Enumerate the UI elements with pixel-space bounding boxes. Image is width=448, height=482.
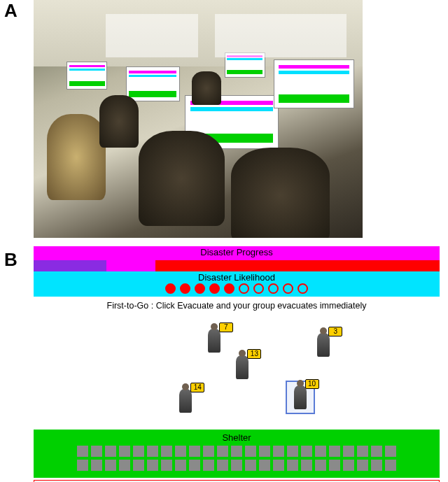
shelter-slot bbox=[273, 446, 284, 457]
likelihood-dot bbox=[209, 283, 220, 294]
shelter-slot bbox=[77, 460, 88, 471]
shelter-slot bbox=[161, 446, 172, 457]
avatar-id-badge: 10 bbox=[305, 379, 319, 389]
disaster-progress-danger bbox=[155, 260, 440, 271]
shelter-slot bbox=[147, 460, 158, 471]
avatar-figure-icon bbox=[179, 389, 192, 413]
shelter-slot bbox=[119, 446, 130, 457]
shelter-slot bbox=[133, 460, 144, 471]
shelter-slot bbox=[343, 460, 354, 471]
disaster-progress-elapsed bbox=[34, 260, 106, 271]
likelihood-dot bbox=[224, 283, 234, 294]
avatar-figure-icon bbox=[208, 329, 220, 353]
avatar[interactable]: 3 bbox=[309, 329, 337, 361]
shelter-slot bbox=[245, 460, 256, 471]
panel-b-ui: Disaster Progress Disaster Likelihood Fi… bbox=[34, 246, 440, 482]
shelter-slot bbox=[329, 460, 340, 471]
shelter-slot bbox=[217, 446, 228, 457]
shelter-slot bbox=[175, 446, 186, 457]
likelihood-dot bbox=[283, 283, 293, 294]
shelter-slot bbox=[259, 446, 270, 457]
avatar[interactable]: 10 bbox=[286, 381, 315, 414]
shelter-slot bbox=[287, 460, 298, 471]
shelter-slot bbox=[259, 460, 270, 471]
avatar-id-badge: 3 bbox=[328, 327, 342, 336]
shelter-slot bbox=[105, 446, 116, 457]
shelter-slot bbox=[189, 446, 200, 457]
likelihood-dot bbox=[298, 283, 308, 294]
shelter-slot bbox=[385, 460, 396, 471]
shelter-slot bbox=[133, 446, 144, 457]
shelter-slot bbox=[175, 460, 186, 471]
shelter-slot bbox=[329, 446, 340, 457]
shelter-slot bbox=[203, 446, 214, 457]
shelter-slot bbox=[371, 446, 382, 457]
shelter-slot bbox=[91, 460, 102, 471]
avatar[interactable]: 13 bbox=[228, 351, 256, 383]
shelter-slot bbox=[189, 460, 200, 471]
shelter-slot bbox=[161, 460, 172, 471]
panel-b-label: B bbox=[4, 249, 18, 271]
shelter-slot bbox=[315, 460, 326, 471]
shelter-slot bbox=[77, 446, 88, 457]
avatar-arena: 71331410 bbox=[34, 318, 440, 430]
likelihood-dot bbox=[165, 283, 176, 294]
shelter-row bbox=[77, 446, 396, 457]
likelihood-dot bbox=[195, 283, 205, 294]
avatar-figure-icon bbox=[236, 355, 248, 379]
shelter-slot bbox=[119, 460, 130, 471]
shelter-slot bbox=[91, 446, 102, 457]
avatar[interactable]: 7 bbox=[200, 325, 228, 357]
avatar-figure-icon bbox=[317, 333, 330, 357]
shelter-slot bbox=[357, 446, 368, 457]
panel-a-label: A bbox=[4, 0, 18, 22]
shelter-slot bbox=[105, 460, 116, 471]
avatar[interactable]: 14 bbox=[172, 385, 200, 417]
shelter-slot bbox=[301, 446, 312, 457]
avatar-figure-icon bbox=[294, 385, 307, 409]
likelihood-dot bbox=[268, 283, 279, 294]
shelter-slot bbox=[301, 460, 312, 471]
disaster-progress-label: Disaster Progress bbox=[34, 247, 440, 257]
shelter-area: Shelter bbox=[34, 430, 440, 478]
shelter-slot bbox=[273, 460, 284, 471]
avatar-id-badge: 14 bbox=[190, 383, 204, 392]
shelter-slot bbox=[217, 460, 228, 471]
instruction-text: First-to-Go : Click Evacuate and your gr… bbox=[34, 301, 440, 311]
shelter-row bbox=[77, 460, 396, 471]
disaster-likelihood-dots bbox=[34, 281, 440, 295]
likelihood-dot bbox=[253, 283, 264, 294]
shelter-slot bbox=[231, 460, 242, 471]
shelter-slot bbox=[315, 446, 326, 457]
shelter-grid bbox=[39, 446, 434, 471]
shelter-slot bbox=[287, 446, 298, 457]
likelihood-dot bbox=[239, 283, 249, 294]
avatar-id-badge: 13 bbox=[247, 349, 261, 359]
disaster-progress-bar: Disaster Progress bbox=[34, 246, 440, 271]
shelter-slot bbox=[357, 460, 368, 471]
shelter-slot bbox=[385, 446, 396, 457]
shelter-slot bbox=[203, 460, 214, 471]
shelter-slot bbox=[343, 446, 354, 457]
shelter-label: Shelter bbox=[39, 432, 434, 443]
panel-a-photo bbox=[34, 0, 363, 238]
likelihood-dot bbox=[180, 283, 190, 294]
shelter-slot bbox=[231, 446, 242, 457]
shelter-slot bbox=[147, 446, 158, 457]
disaster-likelihood-bar: Disaster Likelihood bbox=[34, 271, 440, 297]
shelter-slot bbox=[371, 460, 382, 471]
avatar-id-badge: 7 bbox=[219, 322, 233, 332]
shelter-slot bbox=[245, 446, 256, 457]
